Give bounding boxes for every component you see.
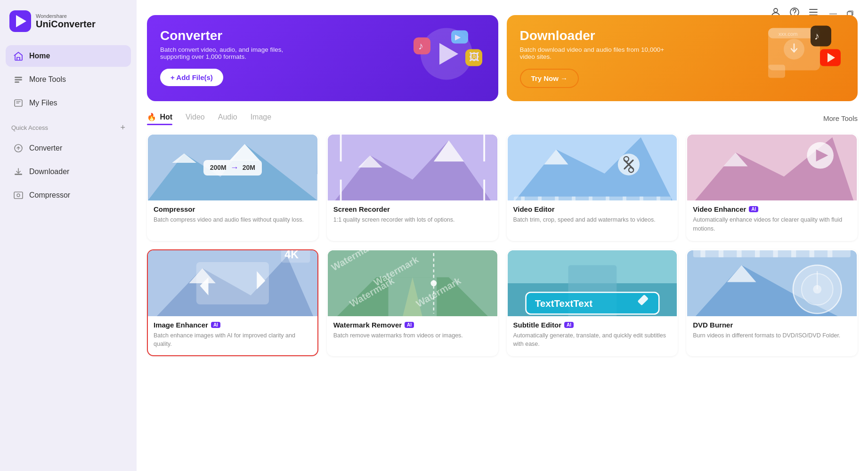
svg-rect-7 bbox=[15, 174, 22, 175]
tool-info-watermark-remover: Watermark Remover AI Batch remove waterm… bbox=[328, 316, 497, 347]
tool-desc-screen-recorder: 1:1 quality screen recorder with lots of… bbox=[333, 216, 492, 224]
svg-rect-2 bbox=[15, 77, 22, 78]
app-name: UniConverter bbox=[36, 19, 96, 30]
converter-banner[interactable]: Converter Batch convert video, audio, an… bbox=[147, 15, 498, 101]
svg-rect-63 bbox=[640, 197, 643, 200]
downloader-banner[interactable]: Downloader Batch download video and audi… bbox=[507, 15, 858, 101]
svg-point-88 bbox=[430, 280, 437, 286]
tool-card-screen-recorder[interactable]: Screen Recorder 1:1 quality screen recor… bbox=[327, 134, 498, 241]
sidebar-nav: Home More Tools My Files bbox=[0, 42, 137, 117]
app-logo: Wondershare UniConverter bbox=[0, 0, 137, 42]
tool-card-image-enhancer[interactable]: 4K Image Enhancer AI Batch enhance image… bbox=[147, 249, 318, 357]
tool-desc-compressor: Batch compress video and audio files wit… bbox=[154, 216, 312, 224]
compressor-icon bbox=[13, 190, 24, 200]
ai-badge-video-enhancer: AI bbox=[749, 206, 758, 212]
sidebar-item-more-tools-label: More Tools bbox=[29, 75, 66, 84]
hot-fire-icon: 🔥 bbox=[147, 113, 156, 121]
tool-thumb-watermark-remover: Watermark Watermark Watermark Watermark bbox=[328, 250, 497, 316]
tool-card-video-enhancer[interactable]: Video Enhancer AI Automatically enhance … bbox=[686, 134, 858, 241]
sidebar-item-my-files[interactable]: My Files bbox=[6, 92, 131, 114]
tab-image[interactable]: Image bbox=[251, 113, 271, 124]
downloader-try-now-button[interactable]: Try Now → bbox=[520, 69, 579, 88]
quick-access-nav: Converter Downloader Compressor bbox=[0, 135, 137, 209]
sidebar-item-converter[interactable]: Converter bbox=[6, 137, 131, 159]
tool-desc-watermark-remover: Batch remove watermarks from videos or i… bbox=[333, 331, 492, 340]
tool-info-video-enhancer: Video Enhancer AI Automatically enhance … bbox=[687, 200, 857, 240]
quick-access-add-button[interactable]: + bbox=[120, 123, 125, 132]
svg-rect-40 bbox=[340, 135, 341, 161]
tool-thumb-dvd-burner bbox=[687, 250, 857, 316]
tool-desc-dvd-burner: Burn videos in different formats to DVD/… bbox=[693, 331, 851, 340]
home-icon bbox=[13, 51, 24, 61]
tool-thumb-subtitle-editor: TextTextText bbox=[508, 250, 677, 316]
sidebar-item-more-tools[interactable]: More Tools bbox=[6, 69, 131, 90]
sidebar-item-compressor[interactable]: Compressor bbox=[6, 184, 131, 206]
tool-name-screen-recorder: Screen Recorder bbox=[333, 205, 492, 213]
tool-info-compressor: Compressor Batch compress video and audi… bbox=[148, 200, 317, 231]
brand-name: Wondershare bbox=[36, 13, 96, 19]
sidebar-item-compressor-label: Compressor bbox=[29, 191, 70, 200]
downloader-icon bbox=[13, 167, 24, 177]
tool-card-watermark-remover[interactable]: Watermark Watermark Watermark Watermark … bbox=[327, 249, 498, 357]
tool-info-image-enhancer: Image Enhancer AI Batch enhance images w… bbox=[148, 316, 317, 356]
tool-name-image-enhancer: Image Enhancer AI bbox=[154, 321, 312, 329]
svg-text:♪: ♪ bbox=[418, 40, 423, 51]
more-tools-link[interactable]: More Tools bbox=[823, 114, 858, 122]
more-tools-icon bbox=[13, 74, 24, 85]
quick-access-label: Quick Access bbox=[11, 124, 48, 131]
svg-rect-8 bbox=[14, 192, 23, 199]
svg-rect-104 bbox=[791, 250, 796, 257]
tool-name-video-enhancer: Video Enhancer AI bbox=[693, 205, 851, 213]
svg-rect-100 bbox=[719, 250, 723, 257]
sidebar-item-home[interactable]: Home bbox=[6, 45, 131, 67]
converter-add-files-button[interactable]: + Add File(s) bbox=[160, 69, 223, 86]
sidebar-item-my-files-label: My Files bbox=[29, 99, 57, 107]
svg-rect-25 bbox=[811, 25, 831, 46]
tool-card-subtitle-editor[interactable]: TextTextText Subtitle Editor AI Automati… bbox=[507, 249, 678, 357]
svg-text:▶: ▶ bbox=[455, 32, 461, 40]
downloader-banner-desc: Batch download video and audio files fro… bbox=[520, 46, 671, 60]
tab-hot[interactable]: 🔥 Hot bbox=[147, 112, 172, 124]
my-files-icon bbox=[13, 98, 24, 108]
hero-row: Converter Batch convert video, audio, an… bbox=[147, 15, 858, 101]
tool-desc-image-enhancer: Batch enhance images with AI for improve… bbox=[154, 331, 312, 349]
tool-card-compressor[interactable]: 200M → 20M Compressor Batch compress vid… bbox=[147, 134, 318, 241]
tool-thumb-screen-recorder bbox=[328, 135, 497, 200]
svg-text:♪: ♪ bbox=[814, 30, 819, 41]
tool-thumb-compressor: 200M → 20M bbox=[148, 135, 317, 200]
svg-text:🖼: 🖼 bbox=[469, 51, 479, 63]
svg-rect-3 bbox=[15, 79, 22, 80]
ai-badge-image-enhancer: AI bbox=[211, 322, 220, 328]
tool-thumb-video-enhancer bbox=[687, 135, 857, 200]
svg-rect-58 bbox=[555, 197, 559, 200]
tabs-row: 🔥 Hot Video Audio Image More Tools bbox=[147, 112, 858, 124]
sidebar-item-downloader-label: Downloader bbox=[29, 168, 69, 176]
tab-video[interactable]: Video bbox=[186, 113, 205, 124]
svg-rect-102 bbox=[755, 250, 760, 257]
tool-name-watermark-remover: Watermark Remover AI bbox=[333, 321, 492, 329]
tool-desc-video-editor: Batch trim, crop, speed and add watermar… bbox=[513, 216, 672, 224]
tool-name-dvd-burner: DVD Burner bbox=[693, 321, 851, 329]
svg-rect-62 bbox=[623, 197, 626, 200]
svg-rect-56 bbox=[521, 197, 525, 200]
svg-text:4K: 4K bbox=[284, 250, 299, 261]
svg-rect-101 bbox=[737, 250, 742, 257]
main-content: — Converter Batch convert video, audio, … bbox=[137, 0, 868, 471]
tool-desc-subtitle-editor: Automatically generate, translate, and q… bbox=[513, 331, 672, 349]
svg-rect-64 bbox=[657, 197, 660, 200]
svg-rect-46 bbox=[483, 180, 485, 200]
svg-rect-61 bbox=[606, 197, 609, 200]
svg-rect-60 bbox=[589, 197, 592, 200]
app-logo-icon bbox=[9, 10, 31, 32]
tool-info-dvd-burner: DVD Burner Burn videos in different form… bbox=[687, 316, 857, 347]
tab-audio[interactable]: Audio bbox=[218, 113, 237, 124]
tool-info-subtitle-editor: Subtitle Editor AI Automatically generat… bbox=[508, 316, 677, 356]
tool-card-dvd-burner[interactable]: DVD Burner Burn videos in different form… bbox=[686, 249, 858, 357]
converter-banner-desc: Batch convert video, audio, and image fi… bbox=[160, 46, 311, 60]
tool-card-video-editor[interactable]: Video Editor Batch trim, crop, speed and… bbox=[507, 134, 678, 241]
svg-rect-4 bbox=[15, 81, 19, 83]
sidebar-item-converter-label: Converter bbox=[29, 144, 62, 152]
svg-rect-42 bbox=[483, 135, 485, 161]
sidebar: Wondershare UniConverter Home More Tools… bbox=[0, 0, 137, 471]
sidebar-item-downloader[interactable]: Downloader bbox=[6, 161, 131, 183]
